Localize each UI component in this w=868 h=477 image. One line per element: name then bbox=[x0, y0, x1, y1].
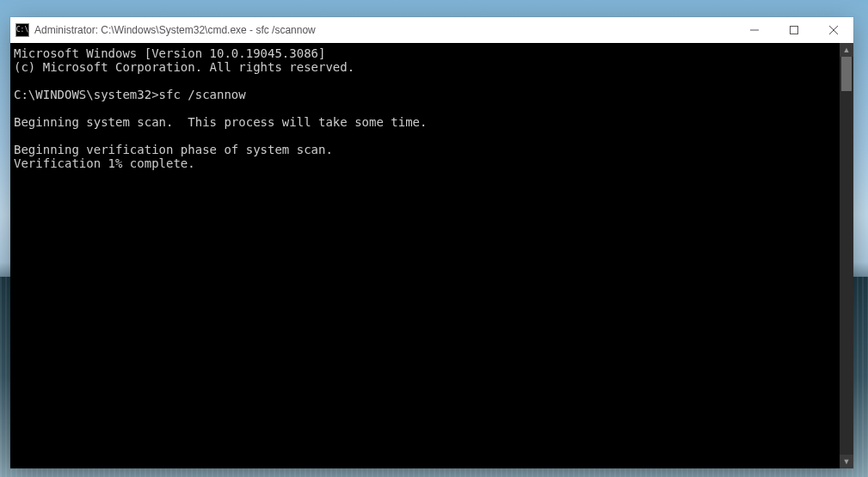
cmd-window: C:\ Administrator: C:\Windows\System32\c… bbox=[10, 17, 853, 468]
cmd-icon: C:\ bbox=[15, 23, 29, 37]
command-input: sfc /scannow bbox=[159, 88, 246, 101]
terminal-output[interactable]: Microsoft Windows [Version 10.0.19045.30… bbox=[10, 43, 840, 468]
maximize-button[interactable] bbox=[774, 17, 814, 43]
minimize-button[interactable] bbox=[735, 17, 774, 43]
chevron-down-icon: ▼ bbox=[843, 457, 851, 466]
desktop-background: C:\ Administrator: C:\Windows\System32\c… bbox=[0, 0, 868, 477]
minimize-icon bbox=[750, 26, 759, 34]
scrollbar-track[interactable] bbox=[840, 57, 853, 455]
line-version: Microsoft Windows [Version 10.0.19045.30… bbox=[14, 46, 325, 60]
scrollbar-thumb[interactable] bbox=[841, 57, 852, 91]
svg-rect-1 bbox=[791, 27, 798, 34]
line-begin-scan: Beginning system scan. This process will… bbox=[14, 115, 427, 129]
maximize-icon bbox=[790, 26, 798, 34]
titlebar[interactable]: C:\ Administrator: C:\Windows\System32\c… bbox=[10, 17, 853, 43]
line-progress: Verification 1% complete. bbox=[14, 156, 195, 170]
terminal-client-area[interactable]: Microsoft Windows [Version 10.0.19045.30… bbox=[10, 43, 853, 468]
close-icon bbox=[829, 26, 838, 34]
scroll-up-button[interactable]: ▲ bbox=[840, 43, 853, 57]
line-copyright: (c) Microsoft Corporation. All rights re… bbox=[14, 60, 354, 74]
vertical-scrollbar[interactable]: ▲ ▼ bbox=[840, 43, 853, 468]
line-begin-verify: Beginning verification phase of system s… bbox=[14, 143, 333, 156]
chevron-up-icon: ▲ bbox=[843, 46, 851, 54]
window-title: Administrator: C:\Windows\System32\cmd.e… bbox=[34, 24, 316, 36]
scroll-down-button[interactable]: ▼ bbox=[840, 455, 853, 468]
cmd-icon-glyph: C:\ bbox=[16, 27, 28, 34]
prompt: C:\WINDOWS\system32> bbox=[14, 88, 159, 101]
close-button[interactable] bbox=[814, 17, 853, 43]
